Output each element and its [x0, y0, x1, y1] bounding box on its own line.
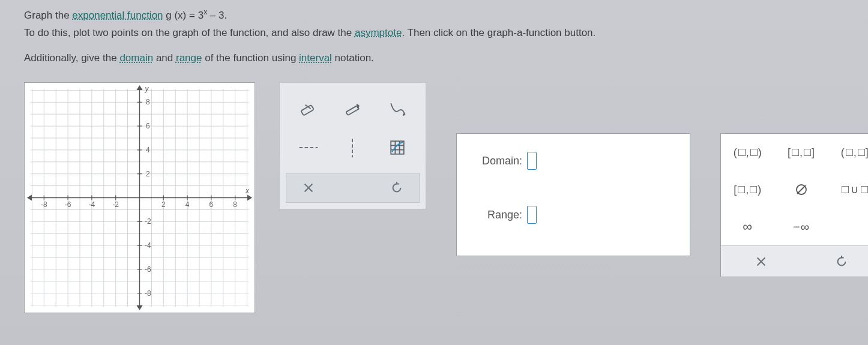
interval-neg-infinity[interactable]: −∞ [774, 208, 828, 245]
svg-line-96 [797, 185, 806, 194]
interval-open-closed[interactable]: (,] [828, 134, 868, 171]
undo-button[interactable] [388, 179, 406, 197]
tool-erase-large[interactable] [286, 92, 330, 125]
interval-clear-button[interactable] [752, 253, 770, 271]
tool-curve[interactable] [375, 92, 420, 125]
interval-closed-closed[interactable]: [,] [774, 134, 828, 171]
domain-input[interactable] [527, 152, 537, 170]
interval-closed-open[interactable]: [,) [721, 171, 774, 208]
svg-text:-8: -8 [41, 201, 47, 209]
interval-open-open[interactable]: (,) [721, 134, 774, 171]
domain-row: Domain: [472, 152, 675, 170]
instruction-line-3: Additionally, give the domain and range … [24, 50, 844, 67]
link-range[interactable]: range [176, 52, 202, 64]
link-interval[interactable]: interval [299, 52, 332, 64]
range-input[interactable] [527, 206, 537, 224]
tool-bottom-bar [286, 173, 420, 203]
svg-marker-40 [137, 85, 143, 90]
interval-footer [721, 245, 868, 277]
domain-label: Domain: [482, 155, 522, 167]
svg-text:-2: -2 [145, 218, 151, 226]
tool-dashed-vline[interactable] [330, 131, 375, 164]
tool-graph-function[interactable] [375, 131, 420, 164]
graph-canvas[interactable]: -8-6-4-22468-8-6-4-22468yx [24, 82, 255, 313]
interval-undo-button[interactable] [833, 253, 851, 271]
svg-text:-2: -2 [112, 201, 119, 209]
link-exponential-function[interactable]: exponential function [72, 10, 163, 21]
instruction-line-2: To do this, plot two points on the graph… [24, 25, 844, 42]
instructions: Graph the exponential function g (x) = 3… [24, 6, 844, 67]
svg-text:4: 4 [146, 146, 150, 154]
clear-button[interactable] [300, 179, 318, 197]
range-row: Range: [472, 206, 675, 224]
tool-dashed-hline[interactable] [286, 131, 330, 164]
domain-range-panel: Domain: Range: [456, 133, 690, 256]
interval-infinity[interactable]: ∞ [721, 208, 774, 245]
tool-palette [279, 82, 426, 209]
svg-text:6: 6 [209, 201, 214, 209]
tool-pencil[interactable] [330, 92, 375, 125]
svg-text:-8: -8 [145, 289, 151, 298]
svg-marker-39 [27, 195, 32, 201]
interval-blank [828, 208, 868, 245]
interval-panel: (,) [,] (,] [,) ∪ ∞ −∞ [720, 133, 868, 277]
svg-text:-4: -4 [145, 241, 151, 250]
svg-rect-88 [391, 141, 404, 154]
svg-text:8: 8 [233, 201, 237, 209]
svg-marker-38 [247, 195, 252, 201]
svg-text:6: 6 [146, 122, 150, 130]
interval-empty-set[interactable] [774, 171, 828, 208]
range-label: Range: [487, 209, 522, 221]
svg-text:y: y [144, 85, 149, 93]
svg-text:x: x [245, 187, 250, 195]
svg-text:2: 2 [146, 170, 150, 178]
interval-union[interactable]: ∪ [828, 171, 868, 208]
svg-text:8: 8 [146, 98, 150, 107]
svg-text:2: 2 [161, 201, 166, 209]
svg-text:-6: -6 [145, 265, 151, 274]
svg-text:-4: -4 [89, 201, 95, 209]
svg-text:-6: -6 [65, 201, 71, 209]
svg-marker-41 [137, 305, 143, 310]
svg-text:4: 4 [185, 201, 190, 209]
link-asymptote[interactable]: asymptote [355, 27, 402, 38]
link-domain[interactable]: domain [119, 52, 153, 64]
instruction-line-1: Graph the exponential function g (x) = 3… [24, 6, 844, 25]
